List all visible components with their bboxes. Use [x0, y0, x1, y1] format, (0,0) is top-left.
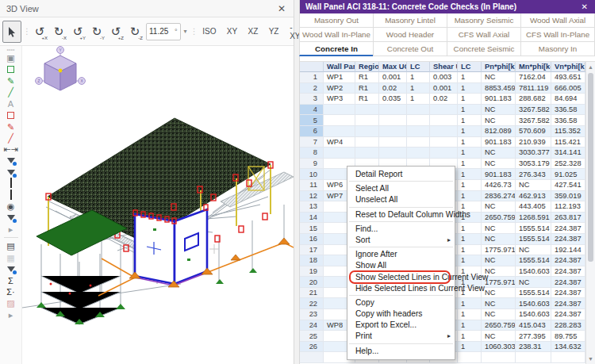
- box-red-icon[interactable]: [2, 109, 20, 121]
- column-header[interactable]: LC: [458, 62, 482, 72]
- view-cube-icon[interactable]: Y X Z: [36, 47, 86, 90]
- table-row[interactable]: 2WP2R10.0210.00118853.4597811.119666.005: [300, 83, 595, 94]
- vertical-scrollbar[interactable]: ▲ ▼: [585, 62, 595, 364]
- column-header[interactable]: Shear UC: [430, 62, 458, 72]
- angle-dropdown-icon[interactable]: ▾: [182, 28, 189, 35]
- column-header[interactable]: Region: [355, 62, 379, 72]
- rotate-minus-x-button[interactable]: ↻ -X: [49, 21, 68, 43]
- table-cell: 5: [300, 115, 324, 126]
- menu-item-detail-report[interactable]: Detail Report: [347, 169, 455, 180]
- tab-concrete-seismic[interactable]: Concrete Seismic: [447, 42, 521, 56]
- table-row[interactable]: 51NC3267.582336.58: [300, 115, 595, 126]
- table-row[interactable]: 81NC3030.377314.141: [300, 148, 595, 159]
- sum-icon[interactable]: Σ: [2, 274, 20, 285]
- table-cell: [407, 105, 430, 116]
- chart-disabled-icon[interactable]: ▨: [2, 297, 20, 308]
- rotate-minus-z-button[interactable]: ↻ -Z: [125, 21, 144, 43]
- scroll-down-icon[interactable]: ▼: [586, 354, 595, 363]
- close-icon[interactable]: ✕: [276, 3, 287, 14]
- rotate-plus-z-button[interactable]: ↺ +Z: [106, 21, 125, 43]
- table-row[interactable]: 41NC3267.582336.58: [300, 105, 595, 116]
- view-button-xz[interactable]: XZ: [243, 21, 263, 43]
- table-row[interactable]: 1WP1R10.00110.0031NC7162.04493.651: [300, 72, 595, 83]
- tab-wood-wall-in-plane[interactable]: Wood Wall In-Plane: [299, 28, 374, 42]
- table-row[interactable]: 61812.089570.609115.352: [300, 126, 595, 137]
- menu-item-copy-with-headers[interactable]: Copy with headers: [347, 308, 455, 320]
- spreadsheet-icon[interactable]: ▤: [2, 240, 20, 251]
- tab-concrete-in[interactable]: Concrete In: [299, 42, 374, 56]
- view-button-iso[interactable]: ISO: [198, 21, 221, 43]
- column-header[interactable]: Wall Panel: [324, 62, 355, 72]
- tab-masonry-out[interactable]: Masonry Out: [299, 13, 374, 28]
- scroll-up-icon[interactable]: ▲: [586, 63, 595, 71]
- 3d-view-titlebar: 3D View ✕: [0, 0, 294, 17]
- table-cell: 224.387: [551, 234, 585, 245]
- sum-badge-icon[interactable]: Σ·: [2, 286, 20, 297]
- tab-cfs-wall-axial[interactable]: CFS Wall Axial: [447, 28, 521, 42]
- menu-item-show-selected-lines-in-current-view[interactable]: Show Selected Lines in Current View: [347, 272, 455, 283]
- delete-member-red-icon[interactable]: ╱: [2, 132, 20, 144]
- pointer-tool-button[interactable]: [2, 21, 21, 43]
- menu-item-unselect-all[interactable]: Unselect All: [347, 194, 455, 205]
- filter-view-icon[interactable]: [2, 212, 20, 223]
- selection-criteria-save-icon[interactable]: [2, 167, 20, 178]
- view-button-xy[interactable]: XY: [221, 21, 243, 43]
- label-icon[interactable]: A: [2, 98, 20, 109]
- draw-plate-green-icon[interactable]: [2, 63, 20, 75]
- tab-masonry-lintel[interactable]: Masonry Lintel: [373, 13, 447, 28]
- tab-wood-header[interactable]: Wood Header: [373, 28, 447, 42]
- edit-plate-green-icon[interactable]: ✎: [2, 75, 20, 86]
- column-header[interactable]: Vn*phi[k]: [551, 62, 585, 72]
- column-header[interactable]: LC: [407, 62, 430, 72]
- table-row[interactable]: 3WP3R10.03510.021901.183288.68284.694: [300, 94, 595, 105]
- selection-criteria-gear-icon[interactable]: [2, 155, 20, 167]
- tab-masonry-in[interactable]: Masonry In: [520, 42, 595, 56]
- view-button-yz[interactable]: YZ: [263, 21, 284, 43]
- menu-item-export-to-excel-[interactable]: Export to Excel...: [347, 320, 455, 331]
- lock-visible-icon[interactable]: [2, 190, 20, 201]
- expand-more-icon[interactable]: ▸: [2, 224, 20, 235]
- table-cell: 1540.603: [516, 309, 551, 320]
- menu-item-show-all[interactable]: Show All: [347, 260, 455, 271]
- rotate-plus-x-button[interactable]: ↺ +X: [30, 21, 49, 43]
- rotation-angle-input[interactable]: [149, 27, 175, 36]
- table-row[interactable]: 7WP41901.183210.939115.421: [300, 137, 595, 148]
- menu-item-hide-selected-lines-in-current-view[interactable]: Hide Selected Lines in Current View: [347, 283, 455, 294]
- menu-item-sort[interactable]: Sort▸: [347, 235, 455, 246]
- rotation-angle-field[interactable]: °: [146, 23, 181, 40]
- results-filter-icon[interactable]: [2, 263, 20, 274]
- menu-item-ignore-after[interactable]: Ignore After: [347, 249, 455, 260]
- rotate-minus-y-button[interactable]: ↻ -Y: [87, 21, 106, 43]
- panel-frame-icon[interactable]: ▣: [2, 52, 20, 63]
- menu-separator: [349, 207, 453, 209]
- tab-wood-wall-axial[interactable]: Wood Wall Axial: [520, 13, 595, 28]
- table-cell: 25: [300, 331, 324, 342]
- menu-item-help-[interactable]: Help...: [347, 346, 455, 357]
- svg-text:Y: Y: [59, 48, 62, 52]
- menu-item-copy[interactable]: Copy: [347, 297, 455, 308]
- menu-item-reset-to-default-column-widths[interactable]: Reset to Default Column Widths: [347, 209, 455, 220]
- table-cell: 112.193: [551, 201, 585, 213]
- column-header[interactable]: Max UC: [379, 62, 407, 72]
- menu-item-find-[interactable]: Find...: [347, 224, 455, 235]
- column-header[interactable]: [300, 62, 324, 72]
- menu-item-print[interactable]: Print▸: [347, 331, 455, 342]
- column-header[interactable]: Pn*phi[k]: [482, 62, 516, 72]
- edit-box-red-icon[interactable]: ✎: [2, 121, 20, 132]
- scroll-thumb[interactable]: [588, 73, 593, 262]
- 3d-model-canvas[interactable]: Y X Z: [22, 46, 294, 364]
- expand-more2-icon[interactable]: ▸: [2, 309, 20, 320]
- rotate-plus-y-button[interactable]: ↺ +Y: [68, 21, 87, 43]
- menu-item-select-all[interactable]: Select All: [347, 183, 455, 194]
- close-icon[interactable]: ✕: [580, 2, 589, 11]
- grid-disabled-icon[interactable]: ▦: [2, 252, 20, 263]
- tab-masonry-seismic[interactable]: Masonry Seismic: [447, 13, 521, 28]
- table-cell: [379, 148, 407, 159]
- dimension-icon[interactable]: ⇤⇥: [2, 144, 20, 155]
- lock-icon[interactable]: [2, 178, 20, 189]
- column-header[interactable]: Mn*phi[k-ft]: [516, 62, 551, 72]
- draw-member-green-icon[interactable]: ╱: [2, 86, 20, 98]
- tab-cfs-wall-in-plane[interactable]: CFS Wall In-Plane: [520, 28, 595, 42]
- visibility-eye-icon[interactable]: ◉: [2, 201, 20, 212]
- tab-concrete-out[interactable]: Concrete Out: [373, 42, 447, 56]
